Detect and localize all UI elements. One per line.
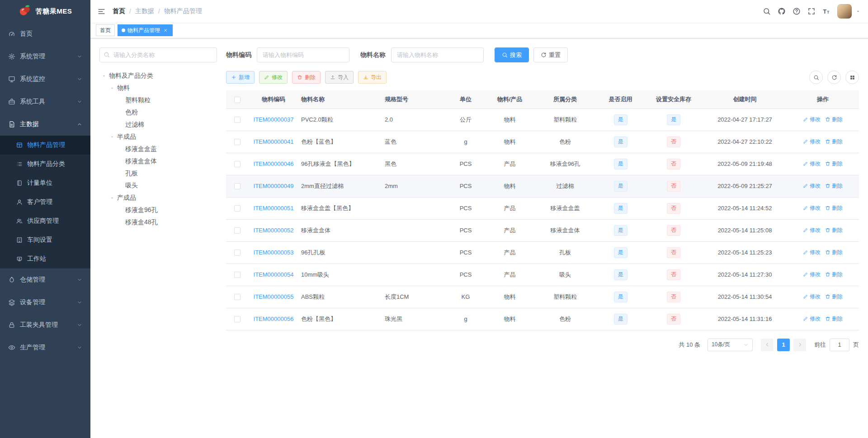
row-delete-link[interactable]: 删除 xyxy=(825,249,843,256)
row-delete-link[interactable]: 删除 xyxy=(825,293,843,301)
sidebar-item-warehouse-mgmt[interactable]: 仓储管理 xyxy=(0,268,90,291)
row-checkbox[interactable] xyxy=(234,250,241,256)
user-menu-caret-icon[interactable] xyxy=(855,9,861,14)
sidebar-item-material-product-mgmt[interactable]: 物料产品管理 xyxy=(0,136,90,155)
material-name-input[interactable] xyxy=(391,47,484,62)
fullscreen-button[interactable] xyxy=(807,7,816,15)
tree-node[interactable]: 物料 xyxy=(99,82,217,94)
add-button[interactable]: 新增 xyxy=(226,71,255,84)
page-size-select[interactable]: 10条/页 xyxy=(708,339,753,351)
tree-node[interactable]: 塑料颗粒 xyxy=(99,94,217,106)
row-edit-link[interactable]: 修改 xyxy=(803,182,821,190)
breadcrumb-item[interactable]: 主数据 xyxy=(135,7,154,15)
row-edit-link[interactable]: 修改 xyxy=(803,293,821,301)
sidebar-toggle-button[interactable] xyxy=(90,7,113,16)
tree-node[interactable]: 移液盒盒体 xyxy=(99,155,217,167)
sidebar-item-fixture-mgmt[interactable]: 工装夹具管理 xyxy=(0,314,90,336)
tree-node[interactable]: 移液盒盒盖 xyxy=(99,143,217,155)
sidebar-item-equipment-mgmt[interactable]: 设备管理 xyxy=(0,291,90,314)
toggle-search-button[interactable] xyxy=(809,71,823,84)
reset-button[interactable]: 重置 xyxy=(533,47,568,62)
sidebar-item-system-mgmt[interactable]: 系统管理 xyxy=(0,45,90,68)
row-delete-link[interactable]: 删除 xyxy=(825,226,843,234)
row-edit-link[interactable]: 修改 xyxy=(803,271,821,278)
sidebar-item-system-tools[interactable]: 系统工具 xyxy=(0,90,90,113)
row-delete-link[interactable]: 删除 xyxy=(825,138,843,146)
header-search-button[interactable] xyxy=(763,7,771,15)
row-edit-link[interactable]: 修改 xyxy=(803,249,821,256)
tree-node[interactable]: 孔板 xyxy=(99,167,217,179)
help-button[interactable] xyxy=(793,7,801,15)
page-1-button[interactable]: 1 xyxy=(777,339,790,351)
edit-button[interactable]: 修改 xyxy=(259,71,288,84)
material-code-link[interactable]: ITEM00000051 xyxy=(254,205,294,212)
tab-home[interactable]: 首页 xyxy=(96,24,115,36)
row-checkbox[interactable] xyxy=(234,183,241,189)
tree-node[interactable]: 物料及产品分类 xyxy=(99,70,217,82)
tree-node[interactable]: 移液盒96孔 xyxy=(99,204,217,216)
select-all-checkbox[interactable] xyxy=(234,97,241,103)
tab-material-product-mgmt[interactable]: 物料产品管理 xyxy=(118,24,173,36)
breadcrumb-item[interactable]: 首页 xyxy=(113,7,125,15)
row-delete-link[interactable]: 删除 xyxy=(825,204,843,212)
avatar[interactable] xyxy=(837,4,852,19)
material-code-input[interactable] xyxy=(257,47,349,62)
sidebar-item-system-monitor[interactable]: 系统监控 xyxy=(0,68,90,90)
delete-button[interactable]: 删除 xyxy=(292,71,321,84)
sidebar-item-workshop-settings[interactable]: 车间设置 xyxy=(0,231,90,250)
next-page-button[interactable] xyxy=(793,339,806,351)
column-settings-button[interactable] xyxy=(845,71,859,84)
logo[interactable]: 苦糖果MES xyxy=(0,0,90,23)
refresh-table-button[interactable] xyxy=(827,71,841,84)
sidebar-item-master-data[interactable]: 主数据 xyxy=(0,113,90,136)
import-button[interactable]: 导入 xyxy=(325,71,354,84)
sidebar-item-production-mgmt[interactable]: 生产管理 xyxy=(0,336,90,359)
material-code-link[interactable]: ITEM00000037 xyxy=(254,116,294,123)
tree-node[interactable]: 吸头 xyxy=(99,179,217,192)
sidebar-item-supplier-mgmt[interactable]: 供应商管理 xyxy=(0,212,90,231)
material-code-link[interactable]: ITEM00000056 xyxy=(254,316,294,322)
row-delete-link[interactable]: 删除 xyxy=(825,116,843,123)
prev-page-button[interactable] xyxy=(761,339,774,351)
github-link-button[interactable] xyxy=(778,7,786,15)
row-checkbox[interactable] xyxy=(234,227,241,234)
row-checkbox[interactable] xyxy=(234,272,241,278)
row-delete-link[interactable]: 删除 xyxy=(825,271,843,278)
material-code-link[interactable]: ITEM00000054 xyxy=(254,271,294,278)
row-checkbox[interactable] xyxy=(234,139,241,145)
tree-node[interactable]: 移液盒48孔 xyxy=(99,216,217,228)
row-edit-link[interactable]: 修改 xyxy=(803,315,821,323)
row-checkbox[interactable] xyxy=(234,161,241,167)
close-tab-icon[interactable] xyxy=(162,27,169,33)
material-code-link[interactable]: ITEM00000053 xyxy=(254,249,294,256)
tree-node[interactable]: 产成品 xyxy=(99,192,217,204)
material-code-link[interactable]: ITEM00000046 xyxy=(254,160,294,167)
category-search-input[interactable] xyxy=(99,47,217,62)
export-button[interactable]: 导出 xyxy=(358,71,387,84)
material-code-link[interactable]: ITEM00000049 xyxy=(254,183,294,189)
row-delete-link[interactable]: 删除 xyxy=(825,315,843,323)
row-checkbox[interactable] xyxy=(234,205,241,212)
row-edit-link[interactable]: 修改 xyxy=(803,226,821,234)
tree-node[interactable]: 过滤棉 xyxy=(99,118,217,131)
sidebar-item-customer-mgmt[interactable]: 客户管理 xyxy=(0,193,90,212)
tree-node[interactable]: 半成品 xyxy=(99,131,217,143)
material-code-link[interactable]: ITEM00000052 xyxy=(254,227,294,234)
sidebar-item-workstation[interactable]: 工作站 xyxy=(0,250,90,268)
row-delete-link[interactable]: 删除 xyxy=(825,182,843,190)
row-edit-link[interactable]: 修改 xyxy=(803,138,821,146)
font-size-button[interactable]: TT xyxy=(822,7,830,15)
sidebar-item-home[interactable]: 首页 xyxy=(0,23,90,45)
tree-node[interactable]: 色粉 xyxy=(99,106,217,118)
row-checkbox[interactable] xyxy=(234,294,241,300)
sidebar-item-measure-unit[interactable]: 计量单位 xyxy=(0,174,90,193)
row-checkbox[interactable] xyxy=(234,316,241,322)
search-button[interactable]: 搜索 xyxy=(495,47,529,62)
row-delete-link[interactable]: 删除 xyxy=(825,160,843,168)
row-edit-link[interactable]: 修改 xyxy=(803,160,821,168)
goto-page-input[interactable] xyxy=(830,339,849,351)
material-code-link[interactable]: ITEM00000055 xyxy=(254,293,294,300)
row-edit-link[interactable]: 修改 xyxy=(803,116,821,123)
sidebar-item-material-product-category[interactable]: 物料产品分类 xyxy=(0,155,90,174)
row-edit-link[interactable]: 修改 xyxy=(803,204,821,212)
